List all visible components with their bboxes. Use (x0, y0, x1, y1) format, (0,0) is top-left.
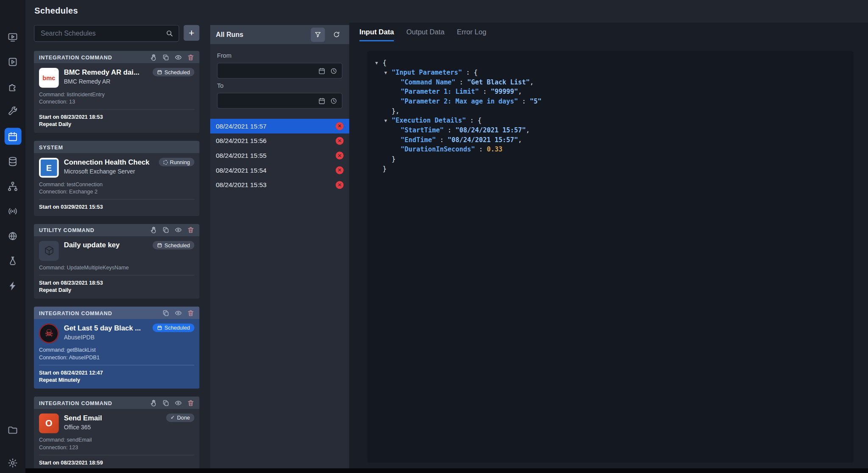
integrations-puzzle-icon[interactable] (4, 78, 21, 95)
runs-title: All Runs (216, 31, 306, 39)
refresh-icon (333, 31, 340, 39)
bmc-logo: bmc (39, 68, 59, 88)
tab-error-log[interactable]: Error Log (457, 28, 486, 42)
run-row[interactable]: 08/24/2021 15:55 ✕ (210, 148, 349, 163)
schedule-title: BMC Remedy AR dai... (64, 68, 149, 76)
bolt-icon[interactable] (4, 277, 21, 294)
trash-icon[interactable] (187, 226, 194, 233)
schedule-card[interactable]: E Connection Health Check Running Micros… (34, 153, 200, 216)
details-panel: Input Data Output Data Error Log ▼{ ▼"In… (349, 22, 868, 468)
schedule-card[interactable]: ☠ Get Last 5 day Black ... Scheduled Abu… (34, 319, 200, 389)
to-date-field (217, 93, 342, 109)
eye-icon[interactable] (175, 399, 182, 406)
delete-run-button[interactable]: ✕ (336, 181, 344, 189)
json-line: ▼"Input Parameters" : { (375, 68, 845, 78)
delete-run-button[interactable]: ✕ (336, 137, 344, 145)
copy-icon[interactable] (162, 399, 170, 406)
status-badge: Scheduled (153, 241, 195, 249)
pause-hand-icon[interactable] (150, 226, 157, 233)
icon-sidebar (0, 0, 25, 473)
collapse-caret-icon[interactable]: ▼ (384, 116, 392, 126)
database-icon[interactable] (4, 153, 21, 170)
page-title: Schedules (34, 6, 78, 15)
tools-wrench-icon[interactable] (4, 103, 21, 120)
schedule-card[interactable]: bmc BMC Remedy AR dai... Scheduled BMC R… (34, 63, 200, 133)
runs-list: 08/24/2021 15:57 ✕ 08/24/2021 15:56 ✕ 08… (210, 119, 349, 192)
schedule-group-header: INTEGRATION COMMAND (34, 307, 200, 319)
status-badge: Scheduled (153, 68, 195, 76)
playbook-icon[interactable] (4, 53, 21, 70)
json-line: "Command Name" : "Get Black List", (375, 78, 845, 87)
eye-icon[interactable] (175, 309, 182, 316)
schedule-card[interactable]: O Send Email ✓ Done Office 365 (34, 409, 200, 468)
bottom-strip (25, 468, 868, 473)
status-badge: Scheduled (153, 324, 195, 332)
json-line: "DurationInSeconds" : 0.33 (375, 145, 845, 154)
copy-icon[interactable] (162, 53, 170, 61)
workflow-icon[interactable] (4, 178, 21, 195)
delete-run-button[interactable]: ✕ (336, 151, 344, 160)
to-label: To (217, 82, 342, 89)
schedule-group: UTILITY COMMAND Daily update key (34, 224, 200, 299)
calendar-icon (157, 242, 162, 247)
calendar-icon[interactable] (318, 67, 326, 74)
pause-hand-icon[interactable] (150, 399, 157, 406)
schedule-card[interactable]: Daily update key Scheduled Command: Upda… (34, 236, 200, 299)
run-row[interactable]: 08/24/2021 15:54 ✕ (210, 163, 349, 178)
abuseipdb-skull-logo: ☠ (39, 324, 59, 344)
delete-run-button[interactable]: ✕ (336, 122, 344, 130)
flask-icon[interactable] (4, 252, 21, 269)
clock-icon[interactable] (330, 97, 337, 104)
clock-icon[interactable] (330, 67, 337, 74)
pause-hand-icon[interactable] (150, 53, 157, 61)
collapse-caret-icon[interactable]: ▼ (384, 68, 392, 78)
tab-input-data[interactable]: Input Data (359, 28, 394, 42)
add-schedule-button[interactable]: + (184, 25, 199, 41)
from-date-input[interactable] (222, 67, 314, 75)
folder-icon[interactable] (4, 421, 21, 438)
trash-icon[interactable] (187, 53, 194, 61)
settings-gear-icon[interactable] (4, 454, 21, 471)
json-line: "Parameter 1: Limit" : "99999", (375, 87, 845, 97)
globe-icon[interactable] (4, 227, 21, 244)
broadcast-icon[interactable] (4, 202, 21, 219)
schedule-group-header: UTILITY COMMAND (34, 224, 200, 236)
eye-icon[interactable] (175, 226, 182, 233)
from-date-field (217, 63, 342, 78)
schedule-timing: Start on 08/24/2021 12:47 Repeat Minutel… (39, 369, 195, 383)
video-schedule-icon[interactable] (4, 28, 21, 45)
schedules-calendar-icon[interactable] (4, 128, 21, 145)
collapse-caret-icon[interactable]: ▼ (375, 58, 382, 68)
tab-output-data[interactable]: Output Data (406, 28, 445, 42)
refresh-button[interactable] (329, 28, 343, 42)
group-title: INTEGRATION COMMAND (39, 400, 112, 406)
schedule-meta: Command: getBlackList Connection: AbuseI… (39, 347, 195, 361)
json-line: "StartTime" : "08/24/2021 15:57", (375, 126, 845, 135)
calendar-icon[interactable] (318, 97, 326, 104)
schedule-meta: Command: testConnection Connection: Exch… (39, 181, 195, 195)
copy-icon[interactable] (162, 226, 170, 233)
run-row[interactable]: 08/24/2021 15:57 ✕ (210, 119, 349, 134)
check-icon: ✓ (170, 415, 175, 420)
filter-button[interactable] (311, 28, 325, 42)
schedule-group: INTEGRATION COMMAND bmc BMC Remedy AR da… (34, 51, 200, 133)
schedule-group-selected: INTEGRATION COMMAND ☠ Get Last 5 day Bla… (34, 307, 200, 389)
status-badge: ✓ Done (166, 414, 195, 422)
schedule-timing: Start on 03/29/2021 15:53 (39, 204, 195, 211)
run-row[interactable]: 08/24/2021 15:53 ✕ (210, 178, 349, 193)
search-input[interactable] (39, 29, 165, 38)
trash-icon[interactable] (187, 399, 194, 406)
json-line: "EndTime" : "08/24/2021 15:57", (375, 135, 845, 145)
eye-icon[interactable] (175, 53, 182, 61)
cube-icon (39, 241, 59, 260)
search-icon[interactable] (166, 29, 174, 37)
group-title: SYSTEM (39, 144, 63, 150)
copy-icon[interactable] (162, 309, 170, 316)
runs-panel: All Runs From To (210, 25, 349, 468)
trash-icon[interactable] (187, 309, 194, 316)
delete-run-button[interactable]: ✕ (336, 166, 344, 174)
run-row[interactable]: 08/24/2021 15:56 ✕ (210, 134, 349, 148)
to-date-input[interactable] (222, 97, 314, 105)
details-tabs: Input Data Output Data Error Log (349, 22, 868, 41)
schedule-title: Connection Health Check (64, 158, 155, 166)
